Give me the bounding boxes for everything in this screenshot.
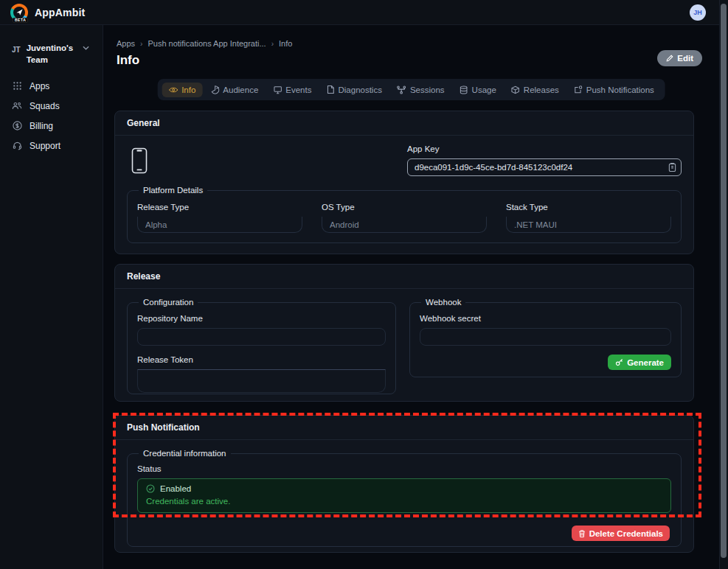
chevron-right-icon: › [271,40,274,48]
chevron-down-icon [83,46,89,50]
brand-name: AppAmbit [35,7,85,18]
tab-releases[interactable]: Releases [505,83,566,97]
page-title: Info [117,53,139,68]
pie-icon [210,85,219,94]
team-initials: JT [12,46,21,54]
people-icon [12,101,22,111]
status-alert: Enabled Credentials are active. [137,478,671,513]
main-content: Apps › Push notifications App Integrati.… [103,25,719,569]
sidebar-item-label: Squads [30,101,60,111]
eye-icon [168,86,178,94]
status-label: Status [137,464,671,473]
delete-credentials-button[interactable]: Delete Credentials [572,526,670,541]
sidebar-item-label: Support [30,141,60,151]
release-card-title: Release [115,265,693,289]
release-token-label: Release Token [137,355,386,364]
credential-legend: Credential information [139,449,231,458]
pencil-icon [666,55,673,62]
app-key-input[interactable] [407,158,682,176]
general-card-title: General [115,111,693,136]
app-key-label: App Key [407,144,682,153]
breadcrumb-apps[interactable]: Apps [117,39,135,48]
status-title: Enabled [160,484,191,493]
notification-icon [574,85,583,94]
release-type-label: Release Type [137,203,302,212]
breadcrumb-info[interactable]: Info [279,39,292,48]
scrollbar-thumb[interactable] [721,4,727,558]
headset-icon [12,141,22,150]
sidebar: JT Juventino's Team Apps Squads [0,25,103,569]
stack-type-input[interactable] [506,217,671,233]
os-type-input[interactable] [322,217,487,233]
webhook-fieldset: Webhook Webhook secret Generate [409,298,682,377]
release-card: Release Configuration Repository Name Re… [114,264,694,402]
platform-details-fieldset: Platform Details Release Type OS Type St… [127,186,682,243]
tab-sessions[interactable]: Sessions [390,83,451,97]
dollar-circle-icon [12,121,22,130]
package-icon [511,85,520,94]
sidebar-item-apps[interactable]: Apps [0,76,103,96]
check-circle-icon [146,484,155,493]
edit-button[interactable]: Edit [657,50,702,66]
team-name: Juventino's Team [27,43,77,66]
general-card: General App Key [114,111,694,254]
tab-info[interactable]: Info [162,83,202,97]
push-card-title: Push Notification [115,416,693,440]
generate-button[interactable]: Generate [608,355,671,370]
scrollbar-track[interactable] [719,0,728,569]
credential-fieldset: Credential information Status Enabled Cr… [127,449,682,547]
platform-details-legend: Platform Details [139,186,207,195]
os-type-label: OS Type [322,203,487,212]
sidebar-item-label: Apps [30,81,49,91]
key-icon [615,358,623,366]
stack-type-label: Stack Type [506,203,671,212]
status-message: Credentials are active. [146,497,662,506]
chevron-right-icon: › [140,40,142,48]
monitor-icon [273,85,282,94]
push-notification-card: Push Notification Credential information… [114,415,694,553]
tab-audience[interactable]: Audience [204,83,265,97]
webhook-legend: Webhook [421,298,465,307]
grid-icon [12,81,22,91]
database-icon [460,85,468,94]
repository-name-label: Repository Name [137,314,386,323]
tabbar: Info Audience Events Diagnostics Session… [157,79,665,100]
configuration-legend: Configuration [139,298,198,307]
team-selector[interactable]: JT Juventino's Team [0,40,103,76]
beta-badge: BETA [13,18,28,23]
sidebar-item-support[interactable]: Support [0,136,103,156]
sidebar-item-billing[interactable]: Billing [0,116,103,136]
webhook-secret-label: Webhook secret [420,314,671,323]
sidebar-item-squads[interactable]: Squads [0,96,103,116]
trash-icon [578,529,586,538]
tab-push-notifications[interactable]: Push Notifications [567,83,661,97]
release-token-input[interactable] [137,369,386,393]
git-network-icon [397,85,406,94]
breadcrumb-app[interactable]: Push notifications App Integrati... [148,39,266,48]
release-type-input[interactable] [137,217,302,233]
topbar: BETA AppAmbit JH [0,0,728,25]
user-avatar[interactable]: JH [690,4,706,21]
repository-name-input[interactable] [137,328,386,346]
appambit-logo-icon: BETA [10,4,28,21]
tab-events[interactable]: Events [266,83,318,97]
copy-icon[interactable] [668,162,676,172]
tab-diagnostics[interactable]: Diagnostics [319,82,388,97]
configuration-fieldset: Configuration Repository Name Release To… [127,298,396,394]
webhook-secret-input[interactable] [420,328,671,346]
smartphone-icon [131,147,407,174]
sidebar-item-label: Billing [30,121,53,131]
breadcrumb: Apps › Push notifications App Integrati.… [117,39,292,48]
tab-usage[interactable]: Usage [453,83,503,97]
file-icon [326,85,334,94]
